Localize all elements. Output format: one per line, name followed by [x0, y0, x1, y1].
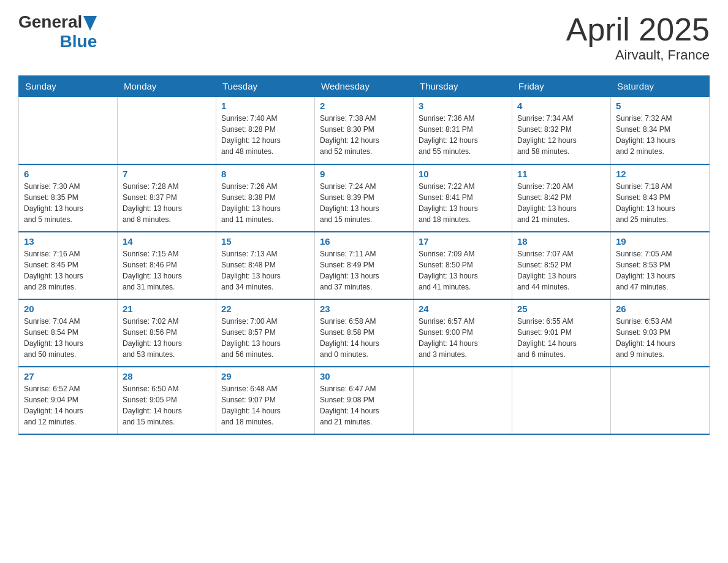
logo-triangle-icon	[83, 16, 97, 31]
day-info: Sunrise: 7:07 AM Sunset: 8:52 PM Dayligh…	[517, 248, 605, 293]
day-number: 18	[517, 236, 605, 247]
calendar-cell: 17Sunrise: 7:09 AM Sunset: 8:50 PM Dayli…	[414, 232, 512, 299]
day-number: 7	[123, 169, 211, 179]
day-number: 27	[24, 371, 112, 381]
calendar-header-row: SundayMondayTuesdayWednesdayThursdayFrid…	[19, 76, 710, 97]
day-info: Sunrise: 7:38 AM Sunset: 8:30 PM Dayligh…	[320, 113, 408, 157]
logo-general-text: General	[18, 12, 82, 32]
day-number: 2	[320, 101, 408, 111]
calendar-cell: 3Sunrise: 7:36 AM Sunset: 8:31 PM Daylig…	[414, 97, 512, 164]
calendar-cell	[512, 367, 611, 434]
calendar-title: April 2025	[566, 12, 710, 47]
day-number: 25	[517, 304, 605, 314]
day-info: Sunrise: 7:16 AM Sunset: 8:45 PM Dayligh…	[24, 248, 112, 293]
day-info: Sunrise: 6:52 AM Sunset: 9:04 PM Dayligh…	[24, 383, 112, 427]
day-info: Sunrise: 7:40 AM Sunset: 8:28 PM Dayligh…	[221, 113, 309, 157]
day-number: 20	[24, 304, 112, 314]
day-info: Sunrise: 7:28 AM Sunset: 8:37 PM Dayligh…	[123, 181, 211, 225]
calendar-cell: 19Sunrise: 7:05 AM Sunset: 8:53 PM Dayli…	[611, 232, 710, 299]
calendar-header-tuesday: Tuesday	[216, 76, 315, 97]
day-info: Sunrise: 7:34 AM Sunset: 8:32 PM Dayligh…	[517, 113, 605, 157]
day-info: Sunrise: 7:00 AM Sunset: 8:57 PM Dayligh…	[221, 316, 309, 360]
calendar-header-friday: Friday	[512, 76, 611, 97]
day-info: Sunrise: 6:57 AM Sunset: 9:00 PM Dayligh…	[419, 316, 507, 360]
day-info: Sunrise: 6:47 AM Sunset: 9:08 PM Dayligh…	[320, 383, 408, 427]
day-info: Sunrise: 7:22 AM Sunset: 8:41 PM Dayligh…	[419, 181, 507, 225]
calendar-cell: 7Sunrise: 7:28 AM Sunset: 8:37 PM Daylig…	[118, 164, 216, 232]
day-info: Sunrise: 6:50 AM Sunset: 9:05 PM Dayligh…	[123, 383, 211, 427]
day-number: 23	[320, 304, 408, 314]
calendar-table: SundayMondayTuesdayWednesdayThursdayFrid…	[18, 75, 710, 435]
calendar-cell: 24Sunrise: 6:57 AM Sunset: 9:00 PM Dayli…	[414, 299, 512, 367]
calendar-week-row: 1Sunrise: 7:40 AM Sunset: 8:28 PM Daylig…	[19, 97, 710, 164]
calendar-cell: 28Sunrise: 6:50 AM Sunset: 9:05 PM Dayli…	[118, 367, 216, 434]
calendar-cell: 10Sunrise: 7:22 AM Sunset: 8:41 PM Dayli…	[414, 164, 512, 232]
calendar-header-thursday: Thursday	[414, 76, 512, 97]
calendar-cell: 27Sunrise: 6:52 AM Sunset: 9:04 PM Dayli…	[19, 367, 118, 434]
day-number: 13	[24, 236, 112, 247]
day-number: 11	[517, 169, 605, 179]
calendar-header-wednesday: Wednesday	[315, 76, 414, 97]
calendar-header-saturday: Saturday	[611, 76, 710, 97]
calendar-week-row: 6Sunrise: 7:30 AM Sunset: 8:35 PM Daylig…	[19, 164, 710, 232]
logo: General Blue	[18, 12, 97, 52]
day-number: 9	[320, 169, 408, 179]
calendar-cell: 26Sunrise: 6:53 AM Sunset: 9:03 PM Dayli…	[611, 299, 710, 367]
calendar-cell: 11Sunrise: 7:20 AM Sunset: 8:42 PM Dayli…	[512, 164, 611, 232]
day-number: 19	[616, 236, 704, 247]
calendar-subtitle: Airvault, France	[566, 47, 710, 63]
day-number: 28	[123, 371, 211, 381]
day-number: 22	[221, 304, 309, 314]
day-info: Sunrise: 7:15 AM Sunset: 8:46 PM Dayligh…	[123, 248, 211, 293]
day-info: Sunrise: 7:04 AM Sunset: 8:54 PM Dayligh…	[24, 316, 112, 360]
calendar-cell: 8Sunrise: 7:26 AM Sunset: 8:38 PM Daylig…	[216, 164, 315, 232]
day-info: Sunrise: 7:05 AM Sunset: 8:53 PM Dayligh…	[616, 248, 704, 293]
calendar-cell: 14Sunrise: 7:15 AM Sunset: 8:46 PM Dayli…	[118, 232, 216, 299]
calendar-cell	[118, 97, 216, 164]
day-info: Sunrise: 7:32 AM Sunset: 8:34 PM Dayligh…	[616, 113, 704, 157]
day-number: 16	[320, 236, 408, 247]
day-info: Sunrise: 7:24 AM Sunset: 8:39 PM Dayligh…	[320, 181, 408, 225]
calendar-cell: 2Sunrise: 7:38 AM Sunset: 8:30 PM Daylig…	[315, 97, 414, 164]
day-number: 1	[221, 101, 309, 111]
day-info: Sunrise: 7:02 AM Sunset: 8:56 PM Dayligh…	[123, 316, 211, 360]
calendar-cell: 1Sunrise: 7:40 AM Sunset: 8:28 PM Daylig…	[216, 97, 315, 164]
day-info: Sunrise: 6:58 AM Sunset: 8:58 PM Dayligh…	[320, 316, 408, 360]
day-info: Sunrise: 7:18 AM Sunset: 8:43 PM Dayligh…	[616, 181, 704, 225]
logo-blue-text: Blue	[60, 32, 97, 52]
day-number: 30	[320, 371, 408, 381]
day-number: 12	[616, 169, 704, 179]
calendar-cell: 13Sunrise: 7:16 AM Sunset: 8:45 PM Dayli…	[19, 232, 118, 299]
calendar-cell: 6Sunrise: 7:30 AM Sunset: 8:35 PM Daylig…	[19, 164, 118, 232]
day-number: 14	[123, 236, 211, 247]
day-number: 24	[419, 304, 507, 314]
calendar-week-row: 13Sunrise: 7:16 AM Sunset: 8:45 PM Dayli…	[19, 232, 710, 299]
calendar-cell: 21Sunrise: 7:02 AM Sunset: 8:56 PM Dayli…	[118, 299, 216, 367]
title-section: April 2025 Airvault, France	[566, 12, 710, 63]
day-info: Sunrise: 6:48 AM Sunset: 9:07 PM Dayligh…	[221, 383, 309, 427]
calendar-cell: 5Sunrise: 7:32 AM Sunset: 8:34 PM Daylig…	[611, 97, 710, 164]
day-number: 26	[616, 304, 704, 314]
day-number: 21	[123, 304, 211, 314]
calendar-cell: 25Sunrise: 6:55 AM Sunset: 9:01 PM Dayli…	[512, 299, 611, 367]
calendar-cell: 12Sunrise: 7:18 AM Sunset: 8:43 PM Dayli…	[611, 164, 710, 232]
calendar-cell: 22Sunrise: 7:00 AM Sunset: 8:57 PM Dayli…	[216, 299, 315, 367]
calendar-cell	[611, 367, 710, 434]
calendar-cell: 20Sunrise: 7:04 AM Sunset: 8:54 PM Dayli…	[19, 299, 118, 367]
day-number: 29	[221, 371, 309, 381]
calendar-cell: 18Sunrise: 7:07 AM Sunset: 8:52 PM Dayli…	[512, 232, 611, 299]
svg-marker-0	[83, 16, 97, 31]
day-number: 5	[616, 101, 704, 111]
day-number: 6	[24, 169, 112, 179]
day-info: Sunrise: 7:11 AM Sunset: 8:49 PM Dayligh…	[320, 248, 408, 293]
calendar-week-row: 27Sunrise: 6:52 AM Sunset: 9:04 PM Dayli…	[19, 367, 710, 434]
calendar-week-row: 20Sunrise: 7:04 AM Sunset: 8:54 PM Dayli…	[19, 299, 710, 367]
calendar-header-sunday: Sunday	[19, 76, 118, 97]
day-info: Sunrise: 7:09 AM Sunset: 8:50 PM Dayligh…	[419, 248, 507, 293]
day-info: Sunrise: 7:30 AM Sunset: 8:35 PM Dayligh…	[24, 181, 112, 225]
calendar-cell	[414, 367, 512, 434]
day-number: 3	[419, 101, 507, 111]
day-info: Sunrise: 7:13 AM Sunset: 8:48 PM Dayligh…	[221, 248, 309, 293]
day-number: 8	[221, 169, 309, 179]
calendar-cell: 4Sunrise: 7:34 AM Sunset: 8:32 PM Daylig…	[512, 97, 611, 164]
